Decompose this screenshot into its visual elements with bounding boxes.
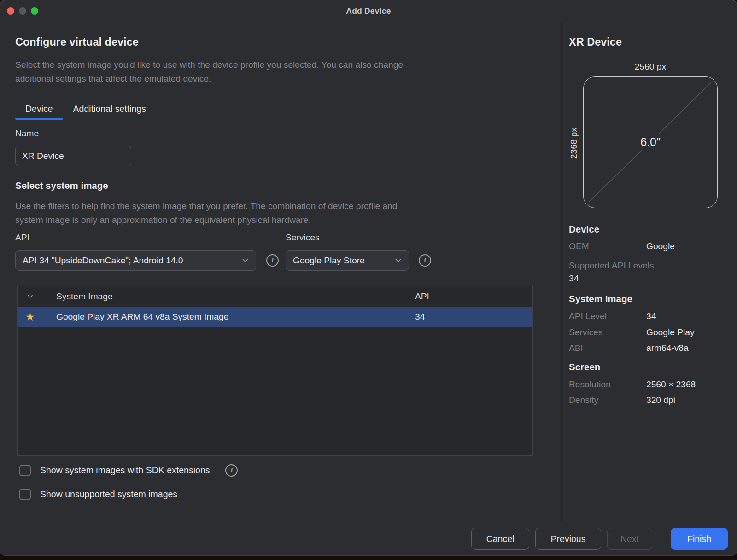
- active-tab-underline: [15, 118, 63, 120]
- sdk-extensions-checkbox-label: Show system images with SDK extensions: [40, 465, 210, 476]
- api-filter-value: API 34 "UpsideDownCake"; Android 14.0: [23, 256, 183, 266]
- spec-label: Services: [569, 327, 646, 338]
- sdk-extensions-info-icon[interactable]: i: [225, 464, 238, 477]
- tab-additional-settings[interactable]: Additional settings: [63, 98, 156, 120]
- zoom-window-icon[interactable]: [31, 7, 38, 15]
- next-button: Next: [607, 528, 652, 550]
- page-title: Configure virtual device: [15, 36, 139, 48]
- api-filter-label: API: [15, 233, 29, 243]
- finish-button[interactable]: Finish: [671, 528, 728, 550]
- chevron-down-icon: [394, 257, 402, 264]
- table-row[interactable]: ★ Google Play XR ARM 64 v8a System Image…: [18, 307, 532, 327]
- unsupported-images-checkbox-row: Show unsupported system images: [19, 489, 177, 500]
- add-device-dialog: Add Device Configure virtual device Sele…: [0, 0, 737, 556]
- api-info-icon[interactable]: i: [266, 254, 279, 267]
- previous-button[interactable]: Previous: [535, 528, 601, 550]
- collapse-group-icon[interactable]: [18, 293, 56, 300]
- page-description-line2: additional settings that affect the emul…: [15, 72, 403, 86]
- system-image-description-line1: Use the filters to help find the system …: [15, 199, 397, 213]
- column-header-api[interactable]: API: [415, 292, 532, 302]
- api-filter-dropdown[interactable]: API 34 "UpsideDownCake"; Android 14.0: [15, 250, 256, 271]
- spec-row-services: Services Google Play: [569, 327, 695, 338]
- spec-row-supported-api-label: Supported API Levels: [569, 261, 654, 271]
- select-system-image-heading: Select system image: [15, 180, 108, 191]
- window-title: Add Device: [0, 0, 737, 22]
- services-filter-dropdown[interactable]: Google Play Store: [286, 250, 409, 271]
- system-image-description: Use the filters to help find the system …: [15, 199, 397, 227]
- page-description-line1: Select the system image you'd like to us…: [15, 58, 403, 72]
- device-name-input[interactable]: [15, 146, 131, 166]
- spec-value: 2560 × 2368: [646, 379, 696, 390]
- spec-value: Google Play: [646, 327, 695, 338]
- spec-label: Resolution: [569, 379, 646, 390]
- tab-device[interactable]: Device: [15, 98, 63, 120]
- unsupported-images-checkbox-label: Show unsupported system images: [40, 489, 177, 500]
- spec-label: OEM: [569, 241, 646, 251]
- device-section-heading: Device: [569, 224, 599, 235]
- spec-value: Google: [646, 241, 675, 251]
- screen-width-label: 2560 px: [583, 62, 718, 72]
- services-filter-value: Google Play Store: [293, 256, 365, 266]
- minimize-window-icon[interactable]: [19, 7, 26, 15]
- spec-label: API Level: [569, 311, 646, 321]
- screen-diagram: 6.0″: [583, 76, 718, 208]
- spec-value: 320 dpi: [646, 395, 675, 405]
- chevron-down-icon: [241, 257, 249, 264]
- services-filter-label: Services: [286, 233, 320, 243]
- spec-value: arm64-v8a: [646, 343, 689, 353]
- device-preview-title: XR Device: [569, 36, 622, 48]
- titlebar[interactable]: Add Device: [0, 0, 737, 22]
- sdk-extensions-checkbox-row: Show system images with SDK extensions i: [19, 464, 238, 477]
- column-header-system-image[interactable]: System Image: [56, 292, 415, 302]
- star-icon[interactable]: ★: [18, 312, 56, 322]
- spec-value: 34: [646, 311, 656, 321]
- footer-divider: [0, 522, 737, 522]
- services-info-icon[interactable]: i: [419, 254, 431, 267]
- spec-row-api-level: API Level 34: [569, 311, 656, 321]
- cancel-button[interactable]: Cancel: [471, 528, 529, 550]
- spec-row-supported-api-value: 34: [569, 274, 579, 284]
- system-image-cell: Google Play XR ARM 64 v8a System Image: [56, 312, 415, 322]
- system-image-section-heading: System Image: [569, 293, 632, 304]
- tab-device-label: Device: [25, 104, 53, 114]
- close-window-icon[interactable]: [7, 7, 14, 15]
- unsupported-images-checkbox[interactable]: [19, 489, 31, 500]
- sdk-extensions-checkbox[interactable]: [19, 465, 31, 476]
- system-image-description-line2: system image is only an approximation of…: [15, 213, 397, 227]
- screen-height-label: 2368 px: [569, 116, 580, 171]
- spec-row-density: Density 320 dpi: [569, 395, 675, 405]
- spec-row-oem: OEM Google: [569, 241, 675, 251]
- spec-row-resolution: Resolution 2560 × 2368: [569, 379, 696, 390]
- spec-value: 34: [569, 274, 579, 284]
- spec-row-abi: ABI arm64-v8a: [569, 343, 689, 353]
- api-cell: 34: [415, 312, 532, 322]
- spec-label: Supported API Levels: [569, 261, 654, 271]
- screen-section-heading: Screen: [569, 362, 600, 373]
- spec-label: ABI: [569, 343, 646, 353]
- name-label: Name: [15, 128, 39, 139]
- system-image-table: System Image API ★ Google Play XR ARM 64…: [17, 286, 533, 456]
- tab-bar: Device Additional settings: [15, 98, 156, 120]
- spec-label: Density: [569, 395, 646, 405]
- panel-divider: [561, 22, 562, 522]
- screen-diagonal-size-label: 6.0″: [635, 134, 666, 150]
- page-description: Select the system image you'd like to us…: [15, 58, 403, 86]
- table-header-row: System Image API: [18, 286, 532, 307]
- tab-additional-settings-label: Additional settings: [73, 104, 146, 114]
